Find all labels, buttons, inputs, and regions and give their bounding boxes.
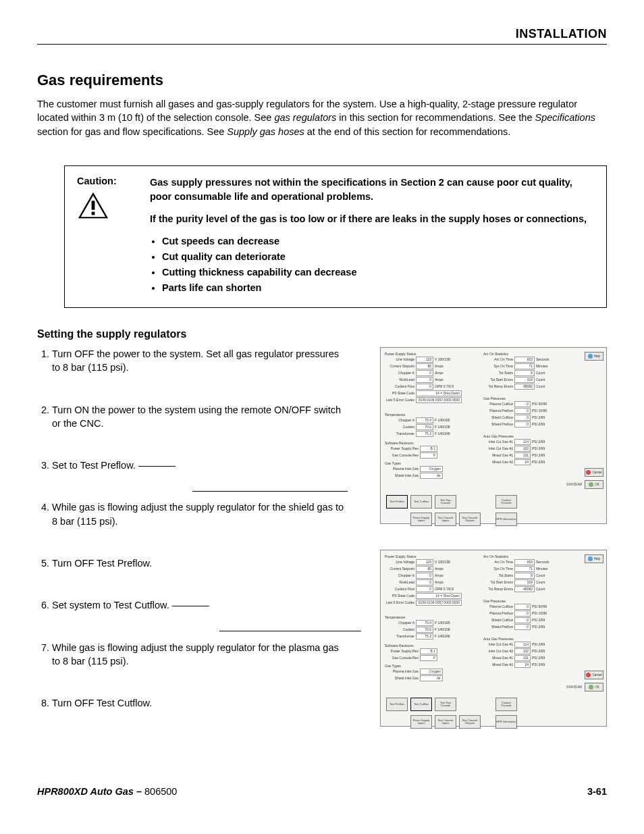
step-item: Turn OFF Test Preflow.: [52, 556, 349, 570]
diagnostic-screenshot-1: Power Supply StatusLine Voltage123V 100/…: [380, 347, 607, 524]
panel-button[interactable]: Power Supply Inputs: [410, 513, 432, 526]
panel-side-button[interactable]: OK: [585, 480, 603, 489]
caution-list: Cut speeds can decrease Cut quality can …: [150, 234, 594, 295]
footer-model: HPR800XD Auto Gas –: [37, 786, 144, 797]
panel-button[interactable]: Test Cutflow: [410, 495, 432, 509]
panel-side-button[interactable]: Cancel: [585, 671, 603, 679]
section-title: Gas requirements: [37, 72, 607, 89]
panel-button[interactable]: Gas Console Inputs: [435, 715, 456, 729]
warning-icon: [77, 190, 109, 220]
svg-rect-3: [92, 211, 95, 215]
page-footer: HPR800XD Auto Gas – 806500 3-61: [37, 786, 607, 797]
intro-paragraph: The customer must furnish all gases and …: [37, 97, 607, 138]
intro-italic: gas regulators: [274, 112, 336, 123]
step-item: Turn OFF the power to the system. Set al…: [52, 347, 349, 375]
panel-button[interactable]: Test Cutflow: [410, 698, 432, 711]
panel-side-button[interactable]: Help: [585, 352, 603, 361]
caution-bullet: Cutting thickness capability can decreas…: [162, 265, 594, 280]
panel-button[interactable]: Gas Console Outputs: [459, 715, 481, 729]
intro-italic: Supply gas hoses: [227, 126, 304, 137]
caution-bullet: Cut quality can deteriorate: [162, 250, 594, 264]
step-item: While gas is flowing adjust the supply r…: [52, 641, 349, 669]
step-item: Set to Test Preflow. ————: [52, 459, 349, 472]
intro-italic: Specifications: [535, 112, 595, 123]
arrow-line: [192, 491, 348, 492]
panel-side-button[interactable]: Help: [585, 554, 603, 563]
caution-label: Caution:: [77, 176, 138, 186]
panel-button[interactable]: Test Gas Console: [435, 698, 456, 711]
panel-button[interactable]: HPR Information: [495, 715, 517, 729]
step-text: Set to Test Preflow.: [52, 460, 136, 471]
panel-button[interactable]: Gas Console Inputs: [435, 513, 456, 526]
panel-button[interactable]: Test Gas Console: [435, 495, 456, 509]
panel-side-button[interactable]: OK: [585, 683, 603, 692]
caution-p2: If the purity level of the gas is too lo…: [150, 212, 594, 226]
step-item: Set system to Test Cutflow. ————: [52, 598, 349, 612]
caution-bullet: Parts life can shorten: [162, 281, 594, 295]
panel-button[interactable]: Test Preflow: [386, 495, 408, 509]
intro-text: in this section for recommendations. See…: [336, 112, 535, 123]
panel-button[interactable]: Coolant Override: [495, 698, 517, 711]
footer-page: 3-61: [587, 786, 607, 797]
diagnostic-screenshot-2: Power Supply StatusLine Voltage123V 100/…: [380, 550, 607, 727]
page-header: INSTALLATION: [37, 27, 607, 45]
header-title: INSTALLATION: [516, 27, 607, 41]
panel-button[interactable]: HPR Information: [495, 513, 517, 526]
panel-button[interactable]: Coolant Override: [495, 495, 517, 509]
panel-button[interactable]: Test Preflow: [386, 698, 408, 711]
caution-p1: Gas supply pressures not within the spec…: [150, 176, 594, 204]
intro-text: section for gas and flow specifications.…: [37, 126, 227, 137]
step-text: Set system to Test Cutflow.: [52, 600, 169, 610]
footer-doc: 806500: [144, 786, 177, 797]
panel-side-button[interactable]: Cancel: [585, 468, 603, 477]
step-item: Turn ON the power to the system using th…: [52, 403, 349, 431]
caution-box: Caution: Gas supply pressures not within…: [64, 165, 607, 308]
panel-button[interactable]: Power Supply Inputs: [410, 715, 432, 729]
panel-button[interactable]: Gas Console Outputs: [459, 513, 481, 526]
steps-list: Turn OFF the power to the system. Set al…: [37, 347, 349, 710]
svg-rect-2: [92, 201, 95, 209]
arrow-line: [219, 631, 361, 631]
caution-bullet: Cut speeds can decrease: [162, 234, 594, 249]
step-item: While gas is flowing adjust the supply r…: [52, 500, 349, 528]
subsection-title: Setting the supply regulators: [37, 328, 607, 340]
step-item: Turn OFF Test Cutflow.: [52, 696, 349, 710]
intro-text: at the end of this section for recommend…: [304, 126, 510, 137]
